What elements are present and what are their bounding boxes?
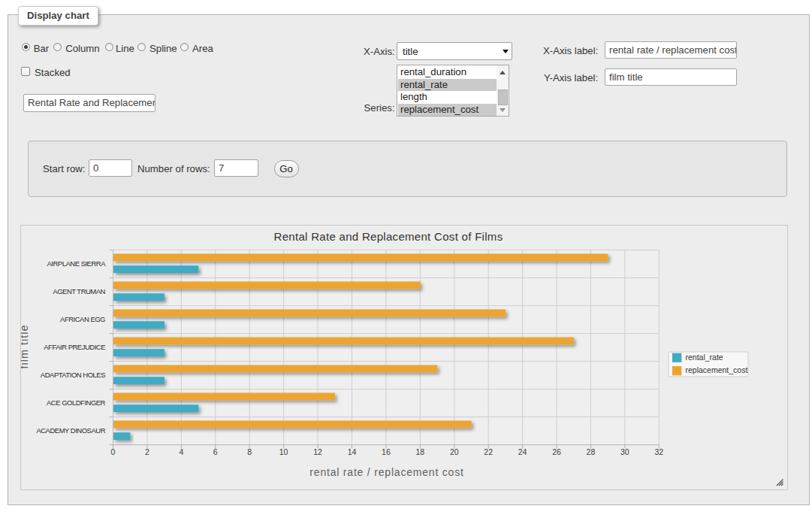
svg-text:24: 24 <box>518 447 527 456</box>
svg-text:4: 4 <box>179 447 183 456</box>
svg-text:10: 10 <box>279 447 288 456</box>
svg-text:rental rate / replacement cost: rental rate / replacement cost <box>309 466 463 478</box>
svg-text:8: 8 <box>247 447 252 456</box>
svg-text:film title: film title <box>21 324 30 368</box>
svg-text:12: 12 <box>313 447 322 456</box>
svg-text:16: 16 <box>382 447 391 456</box>
svg-text:AIRPLANE SIERRA: AIRPLANE SIERRA <box>47 259 107 268</box>
svg-text:ACADEMY DINOSAUR: ACADEMY DINOSAUR <box>36 426 105 435</box>
svg-text:AGENT TRUMAN: AGENT TRUMAN <box>53 287 105 295</box>
svg-text:Rental Rate and Replacement Co: Rental Rate and Replacement Cost of Film… <box>274 230 503 243</box>
svg-text:22: 22 <box>484 447 493 456</box>
svg-text:AFFAIR PREJUDICE: AFFAIR PREJUDICE <box>44 343 105 351</box>
svg-text:32: 32 <box>654 447 663 456</box>
svg-text:18: 18 <box>415 447 424 456</box>
svg-text:0: 0 <box>111 447 116 456</box>
svg-text:14: 14 <box>348 447 357 456</box>
svg-text:30: 30 <box>620 447 629 456</box>
svg-text:rental_rate: rental_rate <box>686 353 723 362</box>
svg-text:26: 26 <box>552 447 561 456</box>
svg-text:replacement_cost: replacement_cost <box>686 365 748 374</box>
svg-text:ACE GOLDFINGER: ACE GOLDFINGER <box>47 398 106 407</box>
svg-text:20: 20 <box>450 447 459 456</box>
svg-text:ADAPTATION HOLES: ADAPTATION HOLES <box>41 371 105 379</box>
svg-text:AFRICAN EGG: AFRICAN EGG <box>60 315 105 323</box>
svg-text:6: 6 <box>213 447 218 456</box>
svg-text:2: 2 <box>145 447 149 456</box>
svg-text:28: 28 <box>587 447 596 456</box>
